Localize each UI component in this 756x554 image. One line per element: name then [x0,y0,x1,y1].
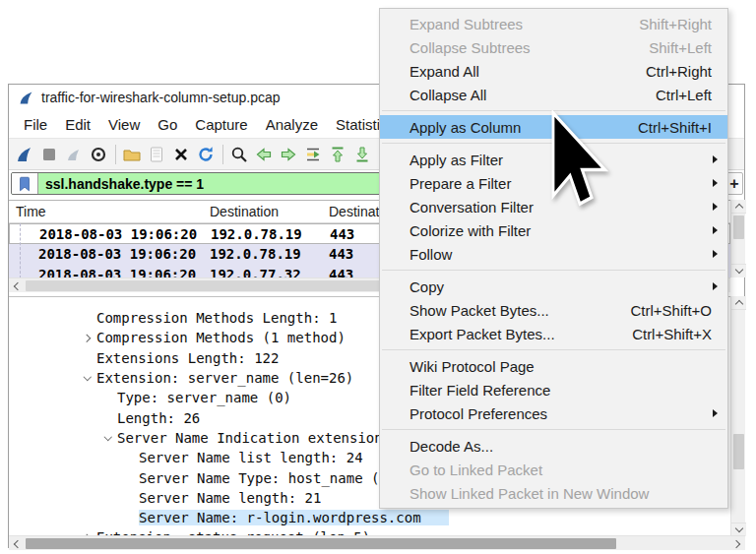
related-packet-gutter [20,223,21,278]
menu-separator [382,270,725,271]
mouse-cursor [549,110,618,216]
scroll-left-icon[interactable] [9,536,24,551]
scrollbar-thumb[interactable] [733,215,744,239]
open-file-icon[interactable] [122,145,142,164]
menu-item-collapse-all[interactable]: Collapse All Ctrl+Left [380,83,727,106]
go-forward-icon[interactable] [279,145,298,164]
column-header-time[interactable]: Time [16,204,46,219]
menu-separator [382,349,725,350]
scroll-down-icon[interactable] [731,523,746,536]
menu-view[interactable]: View [99,110,149,138]
menu-analyze[interactable]: Analyze [257,110,327,138]
go-to-top-icon[interactable] [328,145,347,164]
save-file-icon[interactable] [147,145,166,164]
go-to-bottom-icon[interactable] [352,145,372,164]
close-file-icon[interactable] [171,145,191,164]
window-title: traffic-for-wireshark-column-setup.pcap [41,90,281,105]
submenu-arrow-icon [713,282,718,290]
menu-item-copy[interactable]: Copy [380,275,727,298]
menu-item-follow[interactable]: Follow [380,242,727,266]
tree-line[interactable]: Extension: status_request (len=5) [9,527,730,535]
menu-item-wiki-protocol-page[interactable]: Wiki Protocol Page [380,354,727,378]
menu-item-colorize-with-filter[interactable]: Colorize with Filter [380,218,727,242]
menu-item-show-linked-packet-in-new-window[interactable]: Show Linked Packet in New Window [380,481,727,505]
reload-icon[interactable] [196,145,216,164]
expander-collapsed-icon[interactable] [79,336,96,341]
column-header-destination[interactable]: Destination [210,204,279,219]
expander-expanded-icon[interactable] [99,434,117,443]
wireshark-fin-icon[interactable] [15,145,34,164]
submenu-arrow-icon [713,203,718,211]
menu-item-go-to-linked-packet[interactable]: Go to Linked Packet [380,458,727,481]
scrollbar-thumb[interactable] [733,434,744,469]
find-packet-icon[interactable] [229,145,249,164]
toolbar-separator [222,145,223,164]
go-back-icon[interactable] [254,145,274,164]
stop-capture-icon[interactable] [39,145,59,164]
menu-item-expand-subtrees[interactable]: Expand Subtrees Shift+Right [380,12,727,35]
menu-capture[interactable]: Capture [186,110,256,138]
submenu-arrow-icon [713,155,718,163]
menu-item-show-packet-bytes[interactable]: Show Packet Bytes... Ctrl+Shift+O [380,298,727,322]
filter-bookmark-button[interactable] [12,173,38,194]
scroll-down-icon[interactable] [731,264,746,277]
capture-options-icon[interactable] [89,145,108,164]
scrollbar-thumb[interactable] [26,538,616,549]
detail-vertical-scrollbar[interactable] [730,296,745,536]
toolbar-separator [115,145,116,164]
submenu-arrow-icon [713,226,718,234]
menu-item-filter-field-reference[interactable]: Filter Field Reference [380,378,727,401]
go-to-packet-icon[interactable] [303,145,323,164]
menu-item-decode-as[interactable]: Decode As... [380,434,727,458]
menu-item-expand-all[interactable]: Expand All Ctrl+Right [380,59,727,83]
context-menu: Expand Subtrees Shift+Right Collapse Sub… [379,8,728,509]
menu-item-protocol-preferences[interactable]: Protocol Preferences [380,401,727,425]
scroll-up-icon[interactable] [731,200,746,214]
menu-item-collapse-subtrees[interactable]: Collapse Subtrees Shift+Left [380,35,727,59]
submenu-arrow-icon [713,179,718,187]
restart-capture-icon[interactable] [64,145,84,164]
menu-go[interactable]: Go [149,110,186,138]
scroll-up-icon[interactable] [731,296,746,310]
menu-file[interactable]: File [15,110,56,138]
scroll-left-icon[interactable] [9,278,24,293]
detail-horizontal-scrollbar[interactable] [9,535,745,550]
tree-line-selected[interactable]: Server Name: r-login.wordpress.com [9,508,730,527]
menu-separator [382,429,725,430]
bookmark-icon [18,176,32,192]
display-filter-value[interactable]: ssl.handshake.type == 1 [38,173,204,194]
expander-expanded-icon[interactable] [79,374,96,383]
menu-edit[interactable]: Edit [56,110,99,138]
wireshark-app-icon [18,90,34,106]
scroll-right-icon[interactable] [730,536,745,551]
menu-item-export-packet-bytes[interactable]: Export Packet Bytes... Ctrl+Shift+X [380,322,727,345]
submenu-arrow-icon [713,250,718,258]
submenu-arrow-icon [713,409,718,417]
packet-list-vertical-scrollbar[interactable] [730,200,745,277]
